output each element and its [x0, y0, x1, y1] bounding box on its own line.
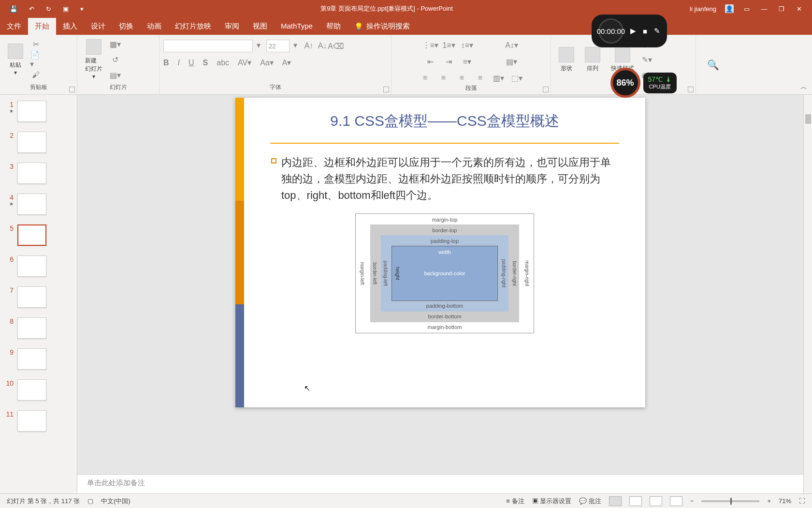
slide-title[interactable]: 9.1 CSS盒模型——CSS盒模型概述 [261, 111, 628, 138]
minimize-icon[interactable]: — [760, 4, 768, 13]
slide-thumb-6[interactable]: 6 [0, 254, 77, 284]
scrollbar-thumb[interactable] [805, 114, 811, 124]
slide-thumb-11[interactable]: 11 [0, 408, 77, 439]
recorder-play-icon[interactable]: ▶ [630, 27, 636, 35]
decrease-indent-button[interactable]: ⇤ [425, 56, 436, 67]
drawing-launcher-icon[interactable] [688, 87, 694, 92]
menu-tab-文件[interactable]: 文件 [0, 18, 28, 35]
new-slide-button[interactable]: 新建 幻灯片 ▾ [81, 37, 106, 82]
shrink-font-icon[interactable]: A↓ [317, 41, 328, 51]
font-launcher-icon[interactable] [383, 87, 389, 92]
find-button[interactable]: 🔍 [707, 59, 719, 71]
paragraph-launcher-icon[interactable] [543, 87, 549, 92]
user-name[interactable]: li jianfeng [690, 5, 716, 13]
underline-button[interactable]: U [188, 59, 194, 67]
italic-button[interactable]: I [178, 59, 180, 67]
columns-button[interactable]: ▥▾ [493, 73, 505, 83]
justify-button[interactable]: ≡ [475, 73, 486, 83]
undo-icon[interactable]: ↶ [29, 5, 34, 13]
clear-format-icon[interactable]: A⌫ [330, 41, 342, 51]
chevron-down-icon[interactable]: ▾ [253, 40, 264, 50]
line-spacing-button[interactable]: ↕≡▾ [462, 40, 473, 50]
slide-body-text[interactable]: 内边距、边框和外边距可以应用于一个元素的所有边，也可以应用于单独的边，盒模型内边… [281, 154, 618, 204]
chevron-down-icon[interactable]: ▾ [14, 69, 17, 76]
font-name-input[interactable] [163, 40, 253, 52]
grow-font-icon[interactable]: A↑ [303, 41, 315, 51]
change-case-button[interactable]: Aa▾ [260, 58, 274, 67]
layout-icon[interactable]: ▦▾ [109, 39, 121, 49]
user-avatar-icon[interactable]: 👤 [725, 4, 734, 13]
increase-indent-button[interactable]: ⇥ [443, 56, 455, 67]
align-text-button[interactable]: ≡▾ [462, 56, 473, 67]
comments-button[interactable]: 💬 批注 [579, 497, 601, 506]
present-from-start-icon[interactable]: ▣ [63, 5, 69, 13]
cpu-monitor-widget[interactable]: 86% 57℃ 🌡 CPU温度 [610, 68, 677, 98]
menu-tab-视图[interactable]: 视图 [246, 18, 274, 35]
paste-button[interactable]: 粘贴 ▾ [4, 42, 27, 78]
slide-thumb-4[interactable]: 4★ [0, 192, 77, 223]
align-right-button[interactable]: ≡ [456, 73, 468, 83]
font-size-input[interactable] [266, 40, 290, 52]
slide-thumb-2[interactable]: 2 [0, 130, 77, 161]
menu-tab-动画[interactable]: 动画 [140, 18, 168, 35]
slide-thumb-5[interactable]: 5 [0, 223, 77, 254]
recorder-stop-icon[interactable]: ■ [643, 27, 647, 35]
restore-icon[interactable]: ❐ [777, 4, 786, 13]
fit-to-window-button[interactable]: ⛶ [799, 497, 805, 505]
slide-thumb-3[interactable]: 3 [0, 161, 77, 192]
menu-tab-幻灯片放映[interactable]: 幻灯片放映 [168, 18, 218, 35]
slide-thumb-7[interactable]: 7 [0, 284, 77, 315]
cut-icon[interactable]: ✂ [30, 39, 42, 49]
menu-tab-MathType[interactable]: MathType [274, 18, 319, 35]
recorder-edit-icon[interactable]: ✎ [654, 27, 660, 35]
bold-button[interactable]: B [163, 59, 169, 67]
zoom-slider[interactable] [701, 500, 759, 502]
copy-icon[interactable]: 📄▾ [30, 54, 42, 65]
align-center-button[interactable]: ≡ [438, 73, 450, 83]
section-icon[interactable]: ▤▾ [109, 70, 121, 80]
smartart-button[interactable]: ⬚▾ [511, 73, 523, 83]
align-vertical-button[interactable]: ▤▾ [506, 56, 518, 67]
chevron-down-icon[interactable]: ▾ [290, 40, 301, 50]
screen-recorder-widget[interactable]: 00:00:00 ▶ ■ ✎ [592, 15, 667, 47]
shadow-button[interactable]: S [203, 59, 208, 67]
strikethrough-button[interactable]: abc [217, 59, 229, 67]
zoom-in-button[interactable]: + [767, 497, 771, 505]
menu-tab-审阅[interactable]: 审阅 [218, 18, 246, 35]
normal-view-button[interactable] [609, 496, 622, 506]
notes-toggle[interactable]: ≡ 备注 [506, 497, 524, 506]
vertical-scrollbar[interactable] [803, 95, 812, 493]
zoom-level[interactable]: 71% [779, 497, 791, 505]
text-direction-button[interactable]: A↕▾ [506, 40, 518, 50]
menu-tab-设计[interactable]: 设计 [84, 18, 112, 35]
slide-thumbnail-panel[interactable]: 1★234★567891011 [0, 95, 77, 493]
slideshow-view-button[interactable] [670, 496, 682, 506]
slide-thumb-9[interactable]: 9 [0, 346, 77, 377]
menu-tab-开始[interactable]: 开始 [28, 18, 56, 35]
language-indicator[interactable]: 中文(中国) [101, 497, 130, 506]
clipboard-launcher-icon[interactable] [69, 87, 75, 92]
box-model-diagram[interactable]: margin-top margin-left margin-right bord… [355, 213, 534, 333]
menu-tab-帮助[interactable]: 帮助 [319, 18, 348, 35]
arrange-button[interactable]: 排列 [581, 45, 604, 75]
redo-icon[interactable]: ↻ [46, 5, 51, 13]
tell-me-search[interactable]: 💡 操作说明搜索 [348, 18, 417, 35]
chevron-down-icon[interactable]: ▾ [92, 73, 95, 80]
display-settings-button[interactable]: ▣ 显示器设置 [532, 497, 572, 506]
ribbon-display-icon[interactable]: ▭ [742, 4, 751, 13]
bullets-button[interactable]: ⋮≡▾ [425, 40, 436, 50]
slide-counter[interactable]: 幻灯片 第 5 张，共 117 张 [7, 497, 80, 506]
numbering-button[interactable]: 1≡▾ [443, 40, 455, 50]
shapes-button[interactable]: 形状 [555, 45, 578, 75]
reset-icon[interactable]: ↺ [109, 54, 121, 65]
reading-view-button[interactable] [650, 496, 662, 506]
slide-thumb-10[interactable]: 10 [0, 377, 77, 408]
format-painter-icon[interactable]: 🖌 [30, 70, 42, 80]
font-color-button[interactable]: A▾ [282, 58, 291, 67]
close-icon[interactable]: ✕ [795, 4, 803, 13]
char-spacing-button[interactable]: AV▾ [238, 58, 251, 67]
menu-tab-切换[interactable]: 切换 [112, 18, 140, 35]
slide-thumb-8[interactable]: 8 [0, 315, 77, 346]
qat-dropdown-icon[interactable]: ▾ [80, 5, 84, 13]
zoom-out-button[interactable]: − [690, 497, 694, 505]
